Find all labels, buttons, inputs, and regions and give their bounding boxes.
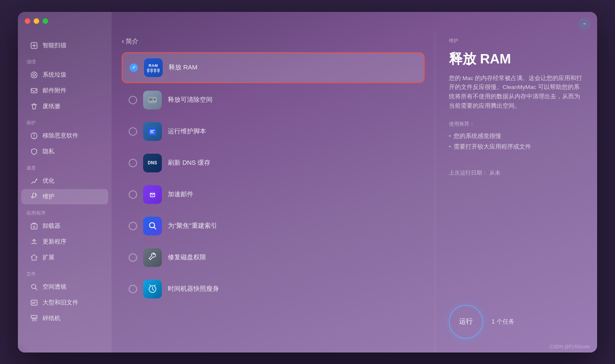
task-label-run-scripts: 运行维护脚本 xyxy=(168,127,206,135)
extensions-icon xyxy=(30,253,38,262)
maximize-button[interactable] xyxy=(43,18,48,24)
spotlight-icon xyxy=(143,217,162,235)
updater-icon xyxy=(30,238,38,246)
ram-icon: RAM xyxy=(144,58,163,77)
svg-rect-8 xyxy=(31,300,37,305)
sidebar-item-large-files[interactable]: 大型和旧文件 xyxy=(21,295,108,310)
task-label-repair-permissions: 修复磁盘权限 xyxy=(168,253,206,261)
task-label-flush-dns: 刷新 DNS 缓存 xyxy=(168,159,210,167)
sidebar-item-label: 大型和旧文件 xyxy=(43,299,78,307)
shredder-icon xyxy=(30,314,38,323)
panel-recommend-label: 使用推荐： xyxy=(449,120,583,128)
sidebar-item-optimize[interactable]: 优化 xyxy=(21,173,108,189)
svg-point-1 xyxy=(31,72,37,78)
task-item-free-ram[interactable]: RAM 释放 RAM xyxy=(122,52,425,83)
sidebar-item-label: 卸载器 xyxy=(43,222,60,230)
run-area: 运行 1 个任务 xyxy=(449,305,514,339)
task-radio-reindex-spotlight[interactable] xyxy=(129,222,137,230)
sidebar-item-space-lens[interactable]: 空间透镜 xyxy=(21,279,108,295)
repair-icon xyxy=(143,248,162,267)
svg-rect-14 xyxy=(148,129,157,129)
task-item-free-disk[interactable]: 释放可清除空间 xyxy=(122,86,425,115)
panel-title: 释放 RAM xyxy=(449,51,583,67)
sidebar-item-label: 维护 xyxy=(43,193,55,201)
title-bar xyxy=(18,12,597,31)
sidebar-item-extensions[interactable]: 扩展 xyxy=(21,250,108,265)
sidebar-item-malware[interactable]: 移除恶意软件 xyxy=(21,128,108,143)
sidebar-item-smart-scan[interactable]: 智能扫描 xyxy=(21,38,108,53)
chevron-left-icon: ‹ xyxy=(122,37,124,45)
disk-icon xyxy=(143,91,162,109)
sidebar-item-privacy[interactable]: 隐私 xyxy=(21,144,108,159)
minimize-button[interactable] xyxy=(34,18,39,24)
sidebar-item-label: 邮件附件 xyxy=(43,87,66,95)
sidebar-section-speed: 速度 xyxy=(18,160,112,173)
task-radio-run-scripts[interactable] xyxy=(129,127,137,136)
recommend-item-1: 您的系统感觉很慢 xyxy=(449,131,583,141)
task-label-free-ram: 释放 RAM xyxy=(169,63,198,72)
task-item-repair-permissions[interactable]: 修复磁盘权限 xyxy=(122,243,425,272)
task-radio-speed-mail[interactable] xyxy=(129,190,137,199)
svg-rect-3 xyxy=(31,89,37,93)
last-run-label: 上次运行日期： xyxy=(449,169,488,176)
sidebar-item-updater[interactable]: 更新程序 xyxy=(21,234,108,249)
sidebar-item-system-junk[interactable]: 系统垃圾 xyxy=(21,67,108,83)
task-list-area: RAM 释放 RAM xyxy=(112,46,435,353)
content-header: ‹ 简介 xyxy=(112,31,435,46)
panel-recommend-list: 您的系统感觉很慢 需要打开较大应用程序或文件 xyxy=(449,131,583,152)
sidebar-item-label: 移除恶意软件 xyxy=(43,132,78,140)
close-button[interactable] xyxy=(25,18,30,24)
task-label-free-disk: 释放可清除空间 xyxy=(168,96,213,104)
mail-sidebar-icon xyxy=(30,86,38,95)
sidebar-item-label: 系统垃圾 xyxy=(43,71,66,79)
panel-section-label: 维护 xyxy=(449,37,583,44)
task-item-flush-dns[interactable]: DNS 刷新 DNS 缓存 xyxy=(122,149,425,178)
traffic-lights xyxy=(25,18,48,24)
sidebar-section-protect: 保护 xyxy=(18,115,112,128)
sidebar-item-label: 碎纸机 xyxy=(43,315,60,322)
task-radio-repair-permissions[interactable] xyxy=(129,253,137,262)
sidebar-section-apps: 应用程序 xyxy=(18,205,112,218)
svg-point-12 xyxy=(154,98,155,100)
sidebar-section-files: 文件 xyxy=(18,266,112,279)
task-item-run-scripts[interactable]: 运行维护脚本 xyxy=(122,117,425,146)
malware-icon xyxy=(30,132,38,140)
maintenance-icon xyxy=(30,192,38,201)
svg-point-2 xyxy=(33,74,35,76)
task-item-reindex-spotlight[interactable]: 为"聚焦"重建索引 xyxy=(122,212,425,241)
mail-task-icon xyxy=(143,185,162,204)
task-radio-slim-timemachine[interactable] xyxy=(129,285,137,293)
svg-rect-11 xyxy=(149,98,152,100)
large-files-icon xyxy=(30,298,38,307)
main-content: ‹ 简介 RAM 释放 RAM xyxy=(112,31,435,353)
sidebar-item-label: 优化 xyxy=(43,177,55,185)
trash-icon xyxy=(30,102,38,111)
system-icon xyxy=(30,71,38,79)
run-button[interactable]: 运行 xyxy=(449,305,483,339)
task-radio-free-disk[interactable] xyxy=(129,96,137,104)
dns-icon: DNS xyxy=(143,154,162,172)
svg-point-5 xyxy=(36,178,37,180)
optimize-icon xyxy=(30,177,38,185)
sidebar-item-shredder[interactable]: 碎纸机 xyxy=(21,311,108,326)
last-run: 上次运行日期： 从未 xyxy=(449,169,583,177)
sidebar-item-uninstaller[interactable]: 卸载器 xyxy=(21,218,108,234)
back-button[interactable]: ‹ 简介 xyxy=(122,37,138,46)
sidebar-item-mail-attachments[interactable]: 邮件附件 xyxy=(21,83,108,98)
task-item-slim-timemachine[interactable]: 时间机器快照瘦身 xyxy=(122,275,425,304)
watermark: CSDN @FLfIStudio xyxy=(549,344,590,349)
task-item-speed-mail[interactable]: 加速邮件 xyxy=(122,180,425,209)
sidebar-item-maintenance[interactable]: 维护 xyxy=(21,189,108,204)
task-radio-flush-dns[interactable] xyxy=(129,159,137,167)
task-radio-free-ram[interactable] xyxy=(129,63,138,72)
app-window: 智能扫描 清理 系统垃圾 邮件附件 xyxy=(18,12,597,353)
last-run-value: 从未 xyxy=(489,169,500,176)
script-icon xyxy=(143,122,162,141)
timemachine-icon xyxy=(143,280,162,298)
detail-panel: 维护 释放 RAM 您的 Mac 的内存经常被占满。这会让您的应用和打开的文件反… xyxy=(435,12,597,353)
sidebar-item-label: 扩展 xyxy=(43,254,55,261)
sidebar-item-trash[interactable]: 废纸篓 xyxy=(21,99,108,114)
sidebar-item-label: 智能扫描 xyxy=(43,42,66,49)
back-button-label: 简介 xyxy=(126,37,138,46)
sidebar-item-label: 废纸篓 xyxy=(43,103,60,110)
